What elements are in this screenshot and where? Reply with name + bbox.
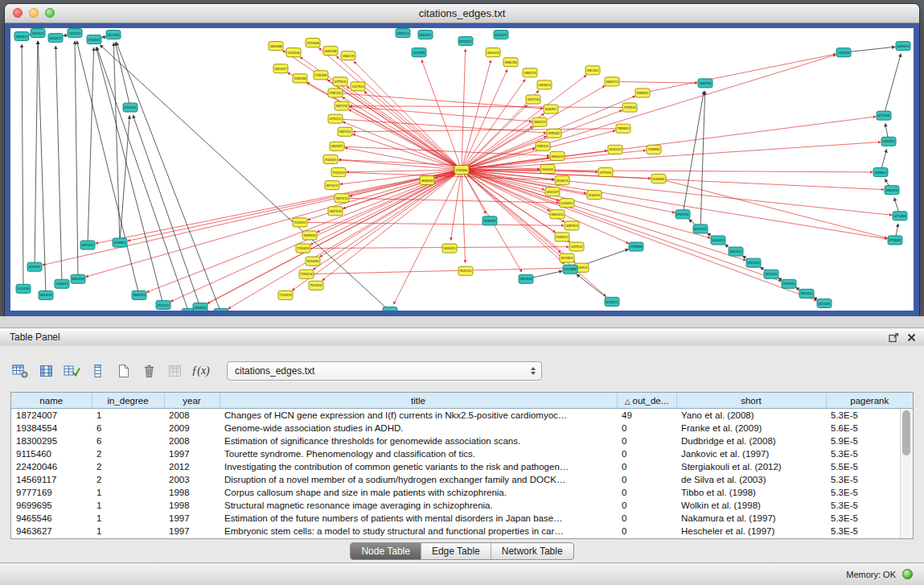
table-cell[interactable]: 1997 [164,512,220,525]
table-cell[interactable]: Dudbridge et al. (2008) [676,435,826,447]
graph-node[interactable]: 16104313 [711,236,725,245]
graph-node[interactable]: 20510310 [123,103,138,112]
graph-node[interactable]: 34873312 [338,127,352,136]
graph-node[interactable]: 36716112 [325,181,339,190]
table-cell[interactable]: 2003 [164,473,220,486]
table-cell[interactable]: Tourette syndrome. Phenomenology and cla… [220,447,617,460]
graph-node[interactable]: 19513141 [746,258,761,267]
graph-node[interactable]: 92774430 [877,111,891,120]
close-window-button[interactable] [13,8,23,18]
graph-edge[interactable] [55,46,62,284]
graph-node[interactable]: 18041871 [330,142,344,150]
graph-node[interactable]: 16104131 [39,290,53,299]
graph-node[interactable]: 76153101 [458,266,473,275]
graph-edge[interactable] [643,54,836,93]
table-row[interactable]: 1830029562008Estimation of significance … [11,435,913,447]
graph-node[interactable]: 13217013 [351,82,365,91]
graph-edge[interactable] [347,86,462,170]
table-cell[interactable]: 1 [92,486,164,499]
table-cell[interactable]: de Silva et al. (2003) [676,473,826,486]
graph-edge[interactable] [462,170,746,261]
delete-table-button[interactable] [138,360,160,381]
graph-node[interactable]: 32164114 [587,191,602,200]
graph-node[interactable]: 18302021 [442,244,457,253]
table-cell[interactable]: 2009 [164,422,220,435]
graph-edge[interactable] [462,170,466,263]
graph-node[interactable]: 14618213 [537,80,552,89]
graph-edge[interactable] [38,41,46,295]
table-cell[interactable]: Franke et al. (2009) [676,422,826,435]
graph-node[interactable]: 75130442 [309,281,323,290]
graph-node[interactable]: 13079141 [569,242,584,251]
graph-node[interactable]: 15124855 [563,265,577,274]
graph-edge[interactable] [612,81,697,83]
table-cell[interactable]: Genome-wide association studies in ADHD. [220,422,617,435]
create-table-button[interactable] [113,360,134,381]
table-scrollbar-thumb[interactable] [902,410,910,455]
graph-node[interactable]: 90513153 [71,274,85,283]
graph-node[interactable]: 18922068 [269,42,283,51]
graph-node[interactable]: 11695951 [647,145,661,154]
column-header-out-degree[interactable]: △out_de... [617,393,676,409]
graph-node[interactable]: 17313212 [156,300,170,309]
table-cell[interactable]: Estimation of significance thresholds fo… [220,435,617,447]
tab-edge-table[interactable]: Edge Table [421,543,491,559]
graph-node[interactable]: 74850831 [635,89,650,97]
table-cell[interactable]: 9463627 [11,525,92,538]
graph-node[interactable]: 13125493 [412,48,426,57]
graph-node[interactable]: 76154409 [306,257,320,266]
edit-columns-button[interactable] [61,360,83,381]
graph-node[interactable]: 92450212 [605,297,619,306]
graph-node[interactable]: 20519413 [31,29,45,38]
graph-node[interactable]: 31644161 [540,164,555,173]
graph-node[interactable]: 18791431 [27,262,42,271]
table-cell[interactable]: 1997 [164,525,220,538]
table-row[interactable]: 1938455462009Genome-wide association stu… [11,422,913,435]
graph-node[interactable]: 13755818 [629,242,643,251]
graph-node[interactable]: 18413121 [729,247,743,256]
graph-node[interactable]: 16162511 [544,105,558,113]
graph-node[interactable]: 18131091 [817,299,832,307]
graph-node[interactable]: 20146172 [555,176,569,185]
table-cell[interactable]: 0 [617,422,676,435]
table-cell[interactable]: 0 [617,447,676,460]
graph-node[interactable]: 19313212 [68,29,82,38]
graph-node[interactable]: 12143106 [286,48,301,57]
graph-node[interactable]: 72544132 [299,270,314,278]
graph-edge[interactable] [117,42,221,311]
graph-node[interactable]: 73319213 [331,167,346,176]
graph-node[interactable]: 14602115 [341,51,355,60]
graph-edge[interactable] [35,41,38,267]
column-header-short[interactable]: short [676,393,826,409]
graph-edge[interactable] [462,170,629,244]
float-panel-icon[interactable] [889,332,899,343]
graph-node[interactable]: 10829140 [885,186,899,195]
graph-node[interactable]: 15913212 [799,289,814,298]
graph-node[interactable]: 32201716 [526,95,540,104]
graph-edge[interactable] [75,41,78,279]
graph-node[interactable]: 15972113 [396,29,410,38]
table-cell[interactable]: 0 [617,486,676,499]
graph-node[interactable]: 16642794 [698,79,713,88]
graph-node[interactable]: 16843113 [605,77,619,86]
column-header-name[interactable]: name [11,393,92,409]
graph-node[interactable]: 16961350 [503,58,518,67]
table-cell[interactable]: 0 [617,460,676,473]
table-cell[interactable]: 0 [617,435,676,447]
graph-edge[interactable] [462,142,881,170]
graph-node[interactable]: 20557913 [565,221,579,230]
show-columns-button[interactable] [35,360,57,381]
graph-edge[interactable] [462,170,884,190]
table-cell[interactable]: 1 [92,525,164,538]
table-cell[interactable]: 0 [617,499,676,512]
table-cell[interactable]: 6 [92,435,164,447]
graph-node[interactable]: 42752121 [328,114,343,123]
graph-node[interactable]: 18300252 [420,176,434,185]
table-cell[interactable]: 14569117 [11,473,92,486]
graph-edge[interactable] [683,91,704,214]
graph-node[interactable]: 20091413 [532,117,547,126]
table-cell[interactable]: Hescheler et al. (1997) [676,525,826,538]
graph-node[interactable]: 17851341 [328,89,343,97]
graph-node[interactable]: 81310471 [494,31,508,39]
table-cell[interactable]: Embryonic stem cells: a model to study s… [220,525,617,538]
